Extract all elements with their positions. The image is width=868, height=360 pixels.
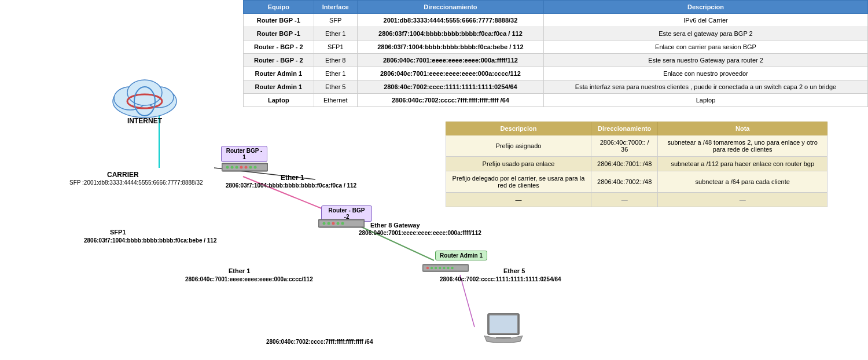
ether1-bgp1-label: Ether 1 xyxy=(281,174,304,182)
svg-point-31 xyxy=(435,267,437,269)
svg-line-4 xyxy=(460,275,475,327)
svg-point-14 xyxy=(231,166,234,169)
laptop-icon xyxy=(483,313,524,346)
svg-point-35 xyxy=(451,267,453,269)
ether8-label: Ether 8 Gateway xyxy=(370,222,420,229)
internet-cloud: INTERNET xyxy=(107,69,182,125)
laptop-addr: 2806:040c:7002:cccc:7fff:ffff:ffff:ffff … xyxy=(266,339,373,345)
svg-point-18 xyxy=(249,166,252,169)
ether1-bgp1-addr: 2806:03f7:1004:bbbb:bbbb:bbbb:f0ca:f0ca … xyxy=(226,182,356,189)
svg-point-34 xyxy=(447,267,449,269)
ether8-addr: 2806:040c:7001:eeee:eeee:eeee:000a:ffff/… xyxy=(359,230,481,236)
svg-point-23 xyxy=(328,222,330,225)
svg-point-19 xyxy=(254,166,257,169)
ether1-admin-addr: 2806:040c:7001:eeee:eeee:eeee:000a:cccc/… xyxy=(185,276,313,282)
svg-rect-28 xyxy=(424,266,468,271)
svg-point-33 xyxy=(443,267,445,269)
ether1-admin-label: Ether 1 xyxy=(229,267,250,274)
carrier-sfp-label: SFP :2001:db8:3333:4444:5555:6666:7777:8… xyxy=(69,179,203,186)
carrier-label: CARRIER xyxy=(107,171,139,179)
diagram-layer: INTERNET CARRIER SFP :2001:db8:3333:4444… xyxy=(0,0,868,360)
svg-point-29 xyxy=(426,267,429,269)
svg-point-25 xyxy=(337,222,340,225)
svg-point-22 xyxy=(323,222,326,225)
svg-point-32 xyxy=(439,267,441,269)
router-bgp1-label: Router BGP - 1 xyxy=(221,146,267,162)
ether5-label: Ether 5 xyxy=(503,267,525,274)
svg-rect-38 xyxy=(496,337,511,339)
svg-rect-37 xyxy=(490,315,517,333)
svg-point-30 xyxy=(431,267,433,269)
router-bgp2-device xyxy=(318,217,365,230)
svg-point-8 xyxy=(127,80,162,105)
svg-point-24 xyxy=(332,222,335,225)
router-admin1-label: Router Admin 1 xyxy=(435,251,487,260)
svg-point-16 xyxy=(240,166,243,169)
svg-point-17 xyxy=(245,166,248,169)
sfp1-bgp2-label: SFP1 xyxy=(110,229,126,236)
router-admin1-device xyxy=(422,262,469,274)
ether5-addr: 2806:40c:7002:cccc:1111:1111:1111:0254/6… xyxy=(440,276,561,282)
svg-point-26 xyxy=(341,222,344,225)
router-bgp1-device xyxy=(222,161,268,174)
svg-point-15 xyxy=(236,166,238,169)
sfp1-bgp2-addr: 2806:03f7:1004:bbbb:bbbb:bbbb:f0ca:bebe … xyxy=(84,237,217,244)
svg-point-13 xyxy=(226,166,229,169)
